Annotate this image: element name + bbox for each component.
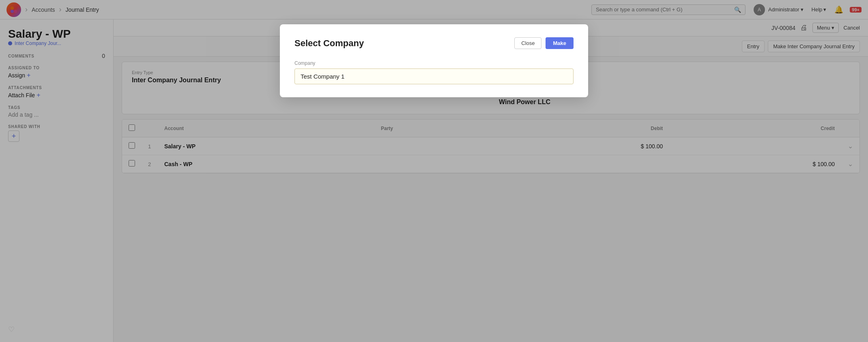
modal-header: Select Company Close Make: [294, 37, 574, 49]
modal-title: Select Company: [294, 38, 364, 49]
select-company-modal: Select Company Close Make Company: [280, 24, 588, 97]
modal-company-label: Company: [294, 60, 574, 66]
modal-company-field: Company: [294, 60, 574, 84]
modal-company-input[interactable]: [294, 68, 574, 84]
modal-overlay[interactable]: Select Company Close Make Company: [0, 0, 868, 342]
modal-close-button[interactable]: Close: [514, 37, 541, 49]
modal-make-button[interactable]: Make: [546, 37, 574, 49]
modal-actions: Close Make: [514, 37, 574, 49]
